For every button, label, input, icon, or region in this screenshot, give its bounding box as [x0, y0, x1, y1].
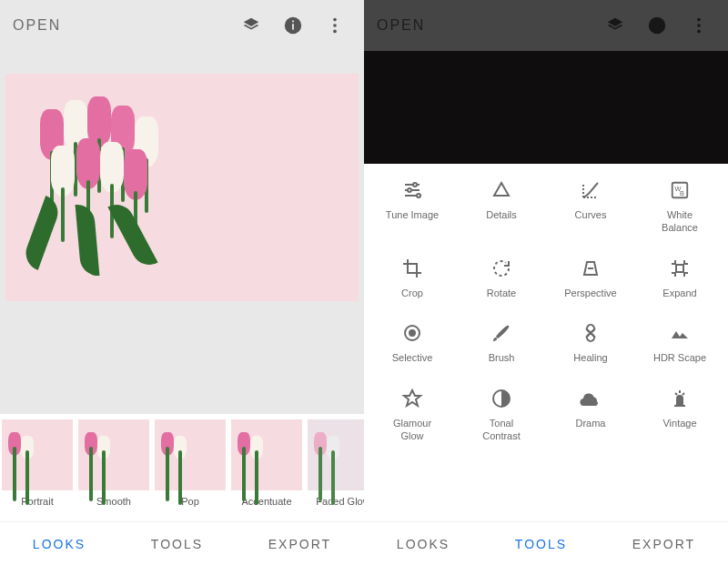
info-icon[interactable] [641, 9, 673, 42]
perspective-icon [579, 257, 602, 280]
nav-looks[interactable]: LOOKS [33, 537, 86, 551]
tool-label: Brush [489, 352, 515, 365]
svg-point-6 [649, 17, 665, 34]
tool-white-balance[interactable]: WBWhite Balance [635, 178, 724, 235]
svg-rect-2 [292, 21, 294, 23]
bottom-nav: LOOKS TOOLS EXPORT [364, 521, 728, 565]
vintage-icon [668, 387, 692, 410]
tool-label: Expand [662, 288, 696, 300]
details-icon [490, 178, 513, 202]
tool-hdr-scape[interactable]: HDR Scape [635, 321, 724, 365]
svg-point-12 [417, 194, 420, 197]
svg-point-3 [333, 18, 337, 22]
screen-left-looks: OPEN [0, 0, 364, 565]
nav-export[interactable]: EXPORT [632, 537, 695, 551]
nav-tools[interactable]: TOOLS [515, 537, 567, 551]
selective-icon [400, 321, 424, 345]
brush-icon [490, 321, 513, 345]
look-faded-glow[interactable]: Faded Glow [306, 419, 364, 521]
tool-label: Selective [392, 352, 433, 365]
open-button[interactable]: OPEN [377, 17, 590, 34]
tool-brush[interactable]: Brush [457, 321, 546, 365]
topbar: OPEN [364, 0, 728, 51]
tool-label: Perspective [564, 288, 616, 300]
healing-icon [579, 321, 602, 345]
tune-image-icon [400, 178, 424, 202]
svg-rect-16 [676, 265, 683, 272]
svg-rect-20 [585, 333, 595, 343]
rotate-icon [490, 257, 513, 280]
hdr-scape-icon [668, 321, 692, 345]
look-portrait[interactable]: Portrait [0, 419, 75, 521]
looks-strip[interactable]: Portrait Smooth Pop Accentuate Faded Glo… [0, 414, 364, 521]
svg-point-4 [333, 24, 337, 27]
tool-tonal-contrast[interactable]: Tonal Contrast [457, 387, 546, 443]
crop-icon [400, 257, 424, 280]
tool-label: HDR Scape [653, 352, 706, 365]
svg-point-18 [410, 330, 415, 336]
look-label: Pop [181, 496, 199, 507]
tool-vintage[interactable]: Vintage [635, 387, 724, 443]
svg-rect-1 [292, 24, 294, 29]
glamour-glow-icon [400, 387, 424, 410]
svg-point-8 [697, 24, 701, 27]
edited-photo [5, 74, 359, 301]
more-icon[interactable] [682, 9, 715, 42]
expand-icon [668, 257, 692, 280]
tool-label: Tonal Contrast [482, 418, 521, 443]
info-icon[interactable] [277, 9, 309, 42]
tool-label: Drama [575, 418, 605, 430]
tool-glamour-glow[interactable]: Glamour Glow [368, 387, 457, 443]
nav-looks[interactable]: LOOKS [397, 537, 450, 551]
tool-label: Glamour Glow [393, 418, 431, 443]
screen-right-tools: OPEN Tune ImageDetailsCurvesWBWhite Bala… [364, 0, 728, 565]
open-button[interactable]: OPEN [13, 17, 226, 34]
tool-label: Rotate [487, 288, 516, 300]
bottom-nav: LOOKS TOOLS EXPORT [0, 521, 364, 565]
svg-point-10 [413, 183, 417, 187]
tools-panel: Tune ImageDetailsCurvesWBWhite BalanceCr… [364, 164, 728, 521]
tool-expand[interactable]: Expand [635, 257, 724, 300]
image-canvas[interactable] [0, 51, 364, 324]
tool-label: White Balance [662, 209, 698, 235]
topbar: OPEN [0, 0, 364, 51]
tool-selective[interactable]: Selective [368, 321, 457, 365]
nav-export[interactable]: EXPORT [268, 537, 331, 551]
layers-icon[interactable] [599, 9, 632, 42]
layers-icon[interactable] [235, 9, 268, 42]
tool-healing[interactable]: Healing [546, 321, 635, 365]
tool-label: Details [486, 209, 517, 222]
svg-text:B: B [680, 189, 684, 197]
white-balance-icon: WB [668, 178, 692, 202]
tool-label: Healing [573, 352, 607, 365]
tool-rotate[interactable]: Rotate [457, 257, 546, 300]
tool-label: Tune Image [386, 209, 439, 222]
tool-curves[interactable]: Curves [546, 178, 635, 235]
svg-point-7 [697, 18, 701, 22]
look-smooth[interactable]: Smooth [76, 419, 151, 521]
tool-details[interactable]: Details [457, 178, 546, 235]
svg-point-11 [408, 188, 411, 192]
tool-tune-image[interactable]: Tune Image [368, 178, 457, 235]
tool-perspective[interactable]: Perspective [546, 257, 635, 300]
svg-point-9 [697, 30, 701, 34]
look-label: Faded Glow [316, 496, 364, 507]
svg-rect-22 [674, 405, 685, 407]
tool-label: Crop [401, 288, 423, 300]
more-icon[interactable] [318, 9, 351, 42]
tool-crop[interactable]: Crop [368, 257, 457, 300]
svg-point-5 [333, 30, 337, 34]
tool-label: Vintage [662, 418, 696, 430]
tool-drama[interactable]: Drama [546, 387, 635, 443]
svg-rect-19 [585, 324, 595, 334]
look-pop[interactable]: Pop [153, 419, 228, 521]
look-label: Accentuate [241, 496, 291, 507]
look-accentuate[interactable]: Accentuate [229, 419, 304, 521]
drama-icon [579, 387, 602, 410]
tool-label: Curves [575, 209, 607, 222]
nav-tools[interactable]: TOOLS [151, 537, 203, 551]
tonal-contrast-icon [490, 387, 513, 410]
curves-icon [579, 178, 602, 202]
